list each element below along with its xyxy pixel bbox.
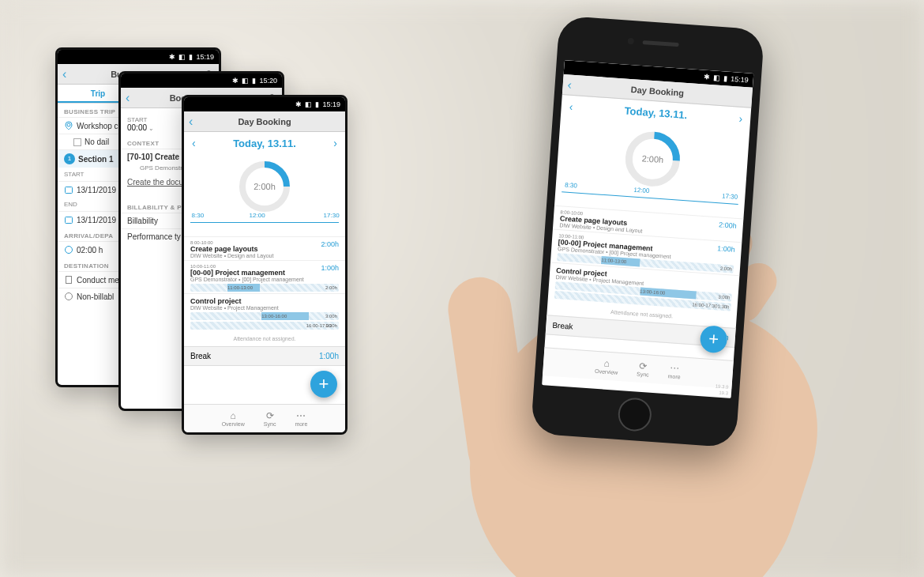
donut-chart: 2:00h (555, 117, 749, 205)
signal-icon: ◧ (305, 100, 312, 108)
battery-icon: ▮ (252, 77, 256, 85)
date-nav: ‹ Today, 13.11. › (184, 132, 345, 154)
date-label[interactable]: Today, 13.11. (624, 104, 688, 121)
svg-rect-1 (66, 187, 73, 194)
header: ‹ Day Booking (184, 111, 345, 132)
home-icon: ⌂ (222, 410, 245, 421)
timeline: 8:30 12:00 17:30 (190, 222, 339, 236)
section-number-icon: 1 (64, 153, 75, 164)
donut-value: 2:00h (620, 126, 685, 192)
bottom-nav: ⌂Overview ⟳Sync ⋯more (184, 404, 345, 432)
battery-icon: ▮ (315, 100, 319, 108)
battery-icon: ▮ (189, 53, 193, 61)
entry-2[interactable]: 10:00-11:00 [00-00] Project management G… (184, 260, 345, 293)
doc-icon (64, 275, 73, 285)
svg-point-3 (66, 247, 73, 254)
calendar-icon (64, 215, 73, 224)
nav-overview[interactable]: ⌂Overview (595, 357, 619, 375)
plus-icon: + (319, 374, 329, 394)
iphone-screen: ✱ ◧ ▮ 15:19 ‹ Day Booking ‹ Today, 13.11… (542, 60, 753, 398)
signal-icon: ◧ (242, 77, 249, 85)
sync-icon: ⟳ (264, 410, 276, 421)
plus-icon: + (708, 329, 719, 350)
svg-point-0 (67, 123, 70, 126)
svg-rect-4 (66, 277, 72, 284)
checkbox-icon[interactable] (73, 138, 81, 146)
sync-icon: ⟳ (637, 360, 650, 372)
next-day-icon[interactable]: › (333, 137, 337, 149)
more-icon: ⋯ (668, 362, 682, 374)
svg-rect-2 (66, 217, 73, 224)
donut-value: 2:00h (237, 159, 292, 214)
nav-more[interactable]: ⋯more (667, 362, 681, 379)
location-icon (64, 121, 73, 130)
break-row[interactable]: Break 1:00h (184, 346, 345, 366)
iphone-device: ✱ ◧ ▮ 15:19 ‹ Day Booking ‹ Today, 13.11… (531, 16, 764, 448)
status-time: 15:19 (196, 53, 214, 61)
speaker (643, 40, 679, 47)
clock-icon (64, 245, 73, 255)
signal-icon: ◧ (713, 74, 721, 82)
version: 19.3.919.3 (715, 383, 729, 396)
prev-day-icon[interactable]: ‹ (192, 137, 196, 149)
status-bar: ✱ ◧ ▮ 15:19 (184, 97, 345, 111)
bluetooth-icon: ✱ (704, 74, 711, 82)
status-bar: ✱ ◧ ▮ 15:19 (58, 50, 219, 64)
nav-sync[interactable]: ⟳Sync (264, 410, 276, 427)
status-time: 15:19 (322, 100, 340, 108)
fab-add[interactable]: + (310, 371, 337, 398)
screen-day-booking: ✱ ◧ ▮ 15:19 ‹ Day Booking ‹ Today, 13.11… (182, 95, 347, 435)
nav-overview[interactable]: ⌂Overview (222, 410, 245, 427)
bluetooth-icon: ✱ (295, 100, 302, 108)
entry-3[interactable]: Control project DIW Website • Project Ma… (184, 293, 345, 331)
money-icon (64, 292, 73, 301)
bottom-nav: ⌂Overview ⟳Sync ⋯more (543, 347, 734, 389)
camera (627, 38, 634, 45)
calendar-icon (64, 185, 73, 194)
bluetooth-icon: ✱ (232, 77, 239, 85)
status-time: 15:19 (731, 75, 749, 85)
nav-more[interactable]: ⋯more (295, 410, 307, 427)
header-title: Day Booking (184, 117, 345, 126)
note: Attendance not assigned. (184, 331, 345, 346)
prev-day-icon[interactable]: ‹ (569, 100, 573, 113)
date-label[interactable]: Today, 13.11. (233, 138, 296, 149)
nav-sync[interactable]: ⟳Sync (637, 360, 650, 378)
entry-1[interactable]: 8:00-10:00 Create page layouts DIW Websi… (184, 236, 345, 260)
bluetooth-icon: ✱ (169, 53, 175, 61)
status-time: 15:20 (259, 77, 277, 85)
home-button[interactable] (617, 397, 652, 432)
svg-point-5 (66, 293, 73, 300)
next-day-icon[interactable]: › (738, 112, 743, 125)
more-icon: ⋯ (295, 410, 307, 421)
battery-icon: ▮ (723, 74, 728, 82)
status-bar: ✱ ◧ ▮ 15:20 (121, 74, 282, 88)
signal-icon: ◧ (178, 53, 186, 61)
